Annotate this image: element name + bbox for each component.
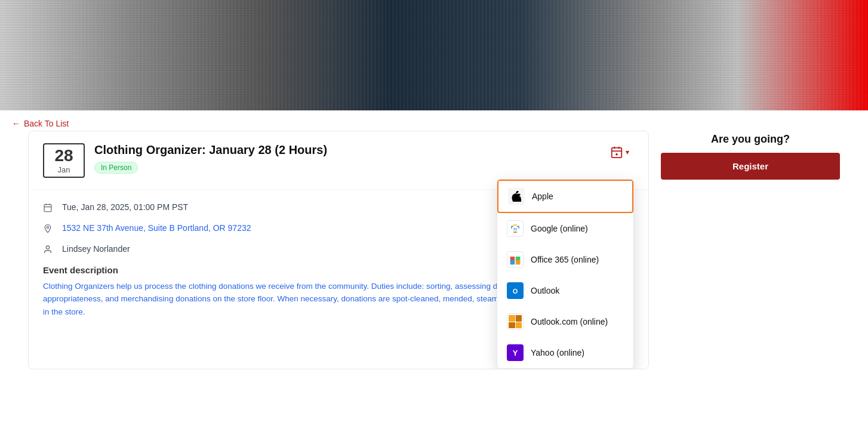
- svg-text:31: 31: [513, 227, 518, 231]
- event-title-area: Clothing Organizer: January 28 (2 Hours)…: [94, 143, 596, 174]
- apple-label: Apple: [532, 192, 553, 201]
- event-title: Clothing Organizer: January 28 (2 Hours): [94, 143, 596, 157]
- outlookcom-icon: [507, 313, 524, 330]
- google-icon: 31: [507, 220, 524, 237]
- event-header: 28 Jan Clothing Organizer: January 28 (2…: [29, 131, 648, 190]
- svg-rect-8: [513, 232, 517, 233]
- svg-text:O: O: [513, 288, 518, 295]
- office365-label: Office 365 (online): [531, 255, 599, 264]
- svg-rect-14: [516, 260, 521, 265]
- svg-rect-19: [516, 315, 522, 322]
- svg-point-26: [47, 226, 48, 228]
- calendar-add-container: ▾ Apple: [605, 143, 634, 161]
- google-label: Google (online): [531, 224, 588, 233]
- calendar-detail-icon: [43, 203, 55, 215]
- are-you-going-label: Are you going?: [661, 131, 840, 146]
- back-arrow-icon-2: ←: [12, 119, 20, 128]
- svg-rect-21: [516, 322, 522, 328]
- event-card: 28 Jan Clothing Organizer: January 28 (2…: [28, 131, 649, 369]
- calendar-option-google[interactable]: 31 Google (online): [497, 213, 633, 244]
- calendar-option-outlook[interactable]: O Outlook: [497, 275, 633, 306]
- calendar-option-office365[interactable]: Office 365 (online): [497, 244, 633, 275]
- calendar-option-yahoo[interactable]: Y Yahoo (online): [497, 337, 633, 368]
- person-icon: [43, 245, 55, 257]
- svg-rect-13: [510, 260, 515, 265]
- svg-rect-7: [513, 224, 517, 226]
- outlookcom-label: Outlook.com (online): [531, 317, 608, 326]
- yahoo-icon: Y: [507, 344, 524, 361]
- outlook-icon: O: [507, 282, 524, 299]
- calendar-icon: [610, 146, 623, 159]
- office365-icon: [507, 251, 524, 268]
- calendar-dropdown: Apple 31: [497, 179, 634, 369]
- add-to-calendar-button[interactable]: ▾: [605, 143, 634, 161]
- calendar-option-apple[interactable]: Apple: [497, 180, 633, 213]
- hero-banner: [0, 0, 868, 110]
- event-organizer: Lindsey Norlander: [62, 244, 130, 254]
- date-box: 28 Jan: [43, 143, 85, 178]
- back-to-list-link-2[interactable]: ← Back To List: [12, 116, 69, 131]
- dropdown-chevron-icon: ▾: [626, 148, 629, 156]
- event-address[interactable]: 1532 NE 37th Avenue, Suite B Portland, O…: [62, 223, 251, 233]
- svg-rect-18: [509, 315, 515, 322]
- svg-rect-20: [509, 322, 515, 328]
- svg-rect-0: [612, 148, 622, 158]
- register-button[interactable]: Register: [661, 153, 840, 180]
- apple-icon: [508, 188, 525, 205]
- sidebar: Are you going? Register: [661, 131, 840, 369]
- outlook-label: Outlook: [531, 286, 559, 295]
- location-icon: [43, 224, 55, 236]
- back-link-label-2: Back To List: [24, 119, 69, 128]
- calendar-option-outlookcom[interactable]: Outlook.com (online): [497, 306, 633, 337]
- yahoo-label: Yahoo (online): [531, 348, 584, 357]
- event-day: 28: [44, 147, 84, 165]
- svg-point-27: [46, 246, 49, 249]
- in-person-badge: In Person: [94, 162, 138, 174]
- event-datetime: Tue, Jan 28, 2025, 01:00 PM PST: [62, 202, 188, 212]
- event-month: Jan: [44, 165, 84, 174]
- svg-rect-22: [44, 204, 51, 211]
